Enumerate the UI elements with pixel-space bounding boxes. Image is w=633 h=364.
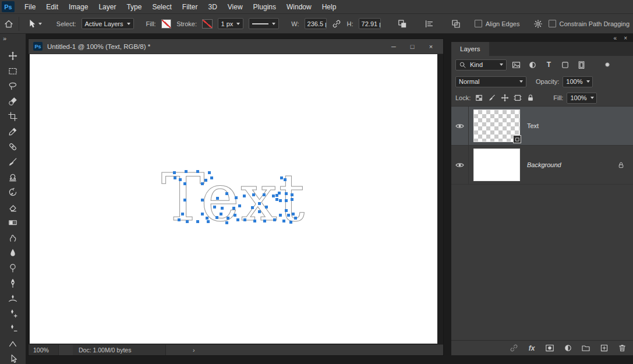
search-icon [459,61,466,69]
lock-all-icon[interactable] [526,94,535,102]
filter-shape-layers-button[interactable] [558,59,572,71]
filter-kind-dropdown[interactable]: Kind [455,59,507,70]
layer-thumbnail[interactable] [473,149,520,181]
tool-gradient[interactable] [6,218,20,227]
link-layers-button[interactable] [508,344,519,353]
menu-plugins[interactable]: Plugins [248,3,281,11]
delete-layer-button[interactable] [617,344,627,353]
new-layer-button[interactable] [599,344,609,353]
new-adjustment-layer-button[interactable] [563,344,573,353]
select-mode-dropdown[interactable]: Active Layers [82,18,134,29]
home-button[interactable] [3,17,13,30]
filter-type-layers-button[interactable]: T [542,59,556,71]
tool-brush[interactable] [6,157,20,167]
tool-blur[interactable] [6,248,20,257]
tool-add-anchor-point[interactable] [6,309,20,318]
canvas[interactable]: Text [30,54,437,344]
visibility-toggle[interactable] [451,146,469,184]
layer-name[interactable]: Text [527,122,539,129]
zoom-level-input[interactable]: 100% [29,345,59,355]
status-chevron-icon[interactable]: › [193,347,195,354]
close-button[interactable]: × [427,43,435,50]
layer-row-text[interactable]: Text [451,107,633,146]
tool-eyedropper[interactable] [6,127,20,136]
tool-spot-healing-brush[interactable] [6,142,20,151]
layer-style-button[interactable]: fx [526,344,537,353]
tool-pen[interactable] [6,278,20,288]
tool-polygonal-lasso[interactable] [6,82,20,91]
add-layer-mask-button[interactable] [544,344,555,353]
close-panel-icon[interactable]: × [624,35,627,41]
tool-convert-point[interactable] [6,339,20,348]
tool-delete-anchor-point[interactable] [6,324,20,333]
constrain-path-checkbox[interactable] [549,20,556,27]
path-operations-icon[interactable] [398,17,408,30]
minimize-button[interactable]: ─ [390,43,398,50]
active-tool-button[interactable] [24,19,44,29]
collapse-panel-icon[interactable]: « [614,35,617,41]
lock-label: Lock: [455,94,471,101]
document-titlebar[interactable]: Ps Untitled-1 @ 100% (Text, RGB/8) * ─ □… [29,39,443,54]
stroke-swatch[interactable] [202,19,213,29]
path-alignment-icon[interactable] [425,17,434,30]
tool-rectangular-marquee[interactable] [6,66,20,76]
layer-row-background[interactable]: Background [451,146,633,185]
filter-pixel-layers-button[interactable] [510,59,523,71]
tool-dodge[interactable] [6,263,20,273]
path-arrange-icon[interactable] [451,17,461,30]
menu-window[interactable]: Window [281,3,317,11]
filter-smart-objects-button[interactable] [575,59,588,71]
visibility-toggle[interactable] [451,107,469,145]
menu-image[interactable]: Image [63,3,93,11]
layer-thumbnail[interactable] [473,109,520,142]
opacity-dropdown[interactable]: 100% [563,76,593,87]
blend-mode-dropdown[interactable]: Normal [455,76,526,87]
stroke-width-dropdown[interactable]: 1 px [218,18,244,29]
menu-3d[interactable]: 3D [203,3,222,11]
menu-help[interactable]: Help [317,3,342,11]
lock-transparency-icon[interactable] [475,94,483,102]
layer-name[interactable]: Background [527,161,561,168]
height-input[interactable]: 72.91 px [359,18,381,29]
tool-history-brush[interactable] [6,188,20,197]
panel-group-header: « × [451,34,633,42]
menu-file[interactable]: File [19,3,41,11]
link-dimensions-icon[interactable] [332,17,342,30]
document-window: Ps Untitled-1 @ 100% (Text, RGB/8) * ─ □… [28,38,444,356]
width-value: 236.5 px [307,20,327,27]
width-input[interactable]: 236.5 px [305,18,327,29]
menu-bar: Ps File Edit Image Layer Type Select Fil… [0,0,633,14]
menu-select[interactable]: Select [147,3,176,11]
maximize-button[interactable]: □ [408,43,416,50]
fill-opacity-dropdown[interactable]: 100% [567,93,597,104]
fill-swatch[interactable] [161,19,172,29]
tool-freeform-pen[interactable] [6,294,20,303]
filter-toggle-button[interactable] [600,59,614,71]
lock-artboard-icon[interactable] [514,94,522,102]
tool-smudge[interactable] [6,233,20,242]
stroke-type-dropdown[interactable] [249,18,279,29]
tool-move[interactable] [6,51,20,61]
opacity-label: Opacity: [536,78,559,85]
folder-icon [581,344,590,352]
lock-position-icon[interactable] [501,94,509,102]
tool-direct-selection[interactable] [6,354,20,363]
doc-size-readout[interactable]: Doc: 1.00M/0 bytes [73,345,166,355]
align-edges-checkbox[interactable] [475,20,482,27]
filter-adjustment-layers-button[interactable] [526,59,539,71]
tool-eraser[interactable] [6,203,20,212]
menu-view[interactable]: View [222,3,248,11]
tab-layers[interactable]: Layers [451,42,489,56]
menu-type[interactable]: Type [121,3,147,11]
menu-filter[interactable]: Filter [177,3,203,11]
gear-icon[interactable] [533,17,543,30]
tool-crop[interactable] [6,112,20,121]
menu-layer[interactable]: Layer [93,3,121,11]
collapse-tools-button[interactable]: » [0,34,26,44]
tool-clone-stamp[interactable] [6,172,20,182]
new-group-button[interactable] [581,344,591,353]
chevron-down-icon [586,80,590,83]
tool-quick-selection[interactable] [6,97,20,106]
lock-pixels-icon[interactable] [488,94,496,102]
menu-edit[interactable]: Edit [41,3,63,11]
